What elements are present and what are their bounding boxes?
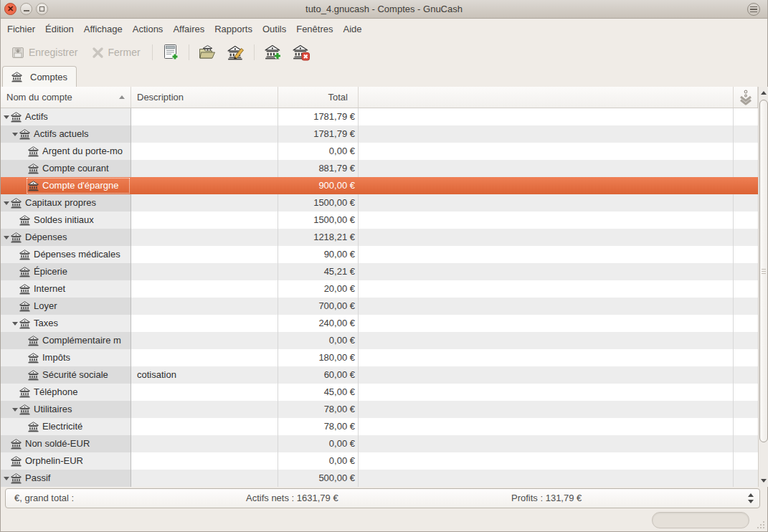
app-menu-icon[interactable] [747, 3, 760, 16]
new-account-button[interactable] [259, 41, 287, 64]
account-row[interactable]: Actifs1781,79 € [1, 108, 758, 125]
row-picker-filler [734, 298, 758, 315]
row-picker-filler [734, 280, 758, 298]
menu-item-fenetres[interactable]: Fenêtres [291, 19, 338, 40]
menu-item-actions[interactable]: Actions [128, 19, 169, 40]
account-row[interactable]: Orphelin-EUR0,00 € [1, 452, 758, 470]
account-row[interactable]: Téléphone45,00 € [1, 384, 758, 401]
account-row[interactable]: Soldes initiaux1500,00 € [1, 212, 758, 229]
menu-item-fichier[interactable]: Fichier [2, 19, 40, 40]
spinner-down-icon[interactable] [748, 500, 754, 503]
account-row[interactable]: Impôts180,00 € [1, 349, 758, 366]
column-header-name[interactable]: Nom du compte [1, 87, 131, 108]
bank-icon [11, 473, 22, 484]
account-row[interactable]: Dépenses1218,21 € [1, 229, 758, 246]
save-button[interactable]: Enregistrer [6, 43, 82, 62]
row-filler [359, 212, 734, 229]
expander-icon[interactable] [2, 477, 11, 480]
expander-icon[interactable] [2, 201, 11, 205]
account-description [131, 452, 278, 470]
bank-icon [28, 336, 39, 346]
new-invoice-button[interactable] [157, 41, 184, 64]
edit-account-button[interactable] [222, 41, 250, 64]
new-invoice-icon [161, 43, 180, 62]
account-name-label: Actifs actuels [34, 125, 89, 143]
row-filler [359, 332, 734, 349]
account-name-cell: Dépenses [1, 229, 131, 246]
account-description [131, 160, 278, 177]
account-total: 180,00 € [278, 349, 359, 366]
account-row[interactable]: Non soldé-EUR0,00 € [1, 435, 758, 452]
close-tab-button[interactable]: Fermer [87, 44, 144, 61]
account-row[interactable]: Loyer700,00 € [1, 298, 758, 315]
menu-item-affaires[interactable]: Affaires [168, 19, 209, 40]
row-picker-filler [734, 332, 758, 349]
vertical-scrollbar[interactable] [758, 87, 768, 487]
row-picker-filler [734, 452, 758, 470]
expander-icon[interactable] [2, 236, 11, 239]
delete-account-button[interactable] [287, 41, 315, 64]
window-title: tuto_4.gnucash - Comptes - GnuCash [1, 4, 767, 14]
row-picker-filler [734, 246, 758, 263]
account-description [131, 108, 278, 125]
account-name-cell: Argent du porte-mo [1, 143, 131, 160]
toolbar-separator [152, 44, 153, 60]
menu-item-outils[interactable]: Outils [257, 19, 291, 40]
account-name-label: Non soldé-EUR [25, 435, 90, 452]
bank-icon [28, 146, 39, 157]
expander-icon[interactable] [2, 115, 11, 119]
bank-icon [28, 181, 39, 191]
menu-item-aide[interactable]: Aide [338, 19, 367, 40]
account-total: 0,00 € [278, 143, 359, 160]
account-name-label: Impôts [42, 349, 70, 366]
menu-item-edition[interactable]: Édition [40, 19, 79, 40]
account-name-label: Sécurité sociale [42, 366, 108, 384]
resize-grip-icon[interactable] [754, 518, 766, 530]
edit-account-icon [226, 43, 245, 62]
column-header-description[interactable]: Description [131, 87, 278, 108]
column-header-total[interactable]: Total [278, 87, 359, 108]
close-tab-icon [92, 47, 104, 59]
tab-comptes[interactable]: Comptes [2, 66, 77, 87]
account-description [131, 194, 278, 212]
account-row[interactable]: Actifs actuels1781,79 € [1, 125, 758, 143]
bank-icon [11, 439, 22, 450]
menu-item-affichage[interactable]: Affichage [79, 19, 128, 40]
account-total: 1218,21 € [278, 229, 359, 246]
account-row[interactable]: Utilitaires78,00 € [1, 401, 758, 418]
account-row[interactable]: Passif500,00 € [1, 470, 758, 487]
expander-icon[interactable] [11, 408, 19, 412]
account-row[interactable]: Compte courant881,79 € [1, 160, 758, 177]
account-row[interactable]: Electricité78,00 € [1, 418, 758, 435]
account-row[interactable]: Épicerie45,21 € [1, 263, 758, 280]
account-row[interactable]: Sécurité socialecotisation60,00 € [1, 366, 758, 384]
menu-item-rapports[interactable]: Rapports [209, 19, 257, 40]
account-name-cell: Non soldé-EUR [1, 435, 131, 452]
account-row[interactable]: Complémentaire m0,00 € [1, 332, 758, 349]
account-row[interactable]: Capitaux propres1500,00 € [1, 194, 758, 212]
row-filler [359, 452, 734, 470]
column-picker-button[interactable] [734, 87, 758, 108]
account-name-label: Electricité [42, 418, 82, 435]
scrollbar-thumb[interactable] [759, 100, 768, 442]
account-name-label: Dépenses [25, 229, 67, 246]
open-account-button[interactable] [194, 41, 222, 64]
column-picker-icon [738, 89, 754, 106]
accounts-table-header: Nom du compte Description Total [1, 87, 758, 108]
account-name-cell: Actifs [1, 108, 131, 125]
account-name-cell: Dépenses médicales [1, 246, 131, 263]
account-description [131, 332, 278, 349]
row-picker-filler [734, 435, 758, 452]
account-row[interactable]: Internet20,00 € [1, 280, 758, 298]
account-row[interactable]: Compte d'épargne900,00 € [1, 177, 758, 194]
scroll-up-icon[interactable] [759, 87, 768, 99]
account-total: 20,00 € [278, 280, 359, 298]
summary-spinner[interactable] [748, 489, 754, 508]
account-row[interactable]: Taxes240,00 € [1, 315, 758, 332]
scroll-down-icon[interactable] [759, 475, 768, 487]
spinner-up-icon[interactable] [748, 493, 754, 497]
expander-icon[interactable] [11, 322, 19, 326]
expander-icon[interactable] [11, 133, 19, 136]
account-row[interactable]: Dépenses médicales90,00 € [1, 246, 758, 263]
account-row[interactable]: Argent du porte-mo0,00 € [1, 143, 758, 160]
